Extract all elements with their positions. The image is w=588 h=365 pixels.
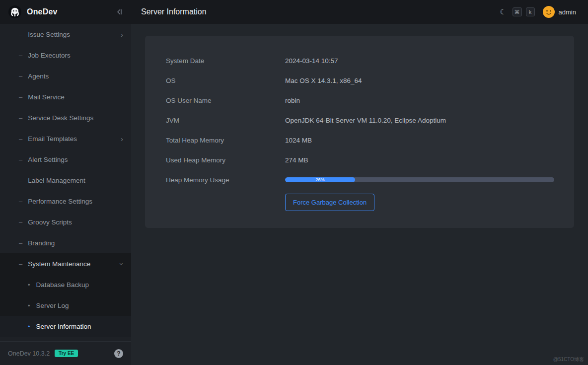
sidebar-item-branding[interactable]: – Branding <box>0 232 131 253</box>
field-value: robin <box>285 97 300 104</box>
sidebar-item-label: Label Management <box>28 177 85 184</box>
sidebar-item-label: Service Desk Settings <box>28 114 93 122</box>
force-garbage-collection-button[interactable]: Force Garbage Collection <box>285 194 374 211</box>
field-label: OS <box>166 77 285 84</box>
bullet-icon: • <box>28 323 30 330</box>
brand-name: OneDev <box>27 7 58 16</box>
sidebar-item-server-information[interactable]: • Server Information <box>0 316 131 337</box>
heap-usage-progress-fill: 26% <box>285 177 355 182</box>
brand-area: OneDev <box>0 0 131 24</box>
field-jvm: JVM OpenJDK 64-Bit Server VM 11.0.20, Ec… <box>166 110 554 130</box>
dash-icon: – <box>19 52 22 59</box>
sidebar-item-database-backup[interactable]: • Database Backup <box>0 274 131 295</box>
sidebar-item-label: Alert Settings <box>28 156 68 163</box>
top-bar: OneDev Server Information ☾ ⌘ k admin <box>0 0 588 24</box>
sidebar-item-agents[interactable]: – Agents <box>0 66 131 86</box>
sidebar-item-label: Job Executors <box>28 52 71 59</box>
onedev-logo-icon[interactable] <box>8 5 22 19</box>
dash-icon: – <box>19 73 22 80</box>
field-value: Mac OS X 14.3.1, x86_64 <box>285 77 362 84</box>
dash-icon: – <box>19 114 22 122</box>
field-label: Used Heap Memory <box>166 156 285 164</box>
field-label: Total Heap Memory <box>166 137 285 144</box>
sidebar-item-label: Email Templates <box>28 135 77 143</box>
sidebar-item-issue-settings[interactable]: – Issue Settings › <box>0 24 131 45</box>
sidebar-item-groovy-scripts[interactable]: – Groovy Scripts <box>0 212 131 232</box>
user-avatar[interactable] <box>543 6 555 18</box>
shortcut-k-key: k <box>526 7 535 16</box>
sidebar-item-service-desk-settings[interactable]: – Service Desk Settings <box>0 107 131 128</box>
sidebar-item-label: Mail Service <box>28 93 65 101</box>
topbar-main: Server Information ☾ ⌘ k admin <box>131 0 588 24</box>
heap-usage-percent-label: 26% <box>315 178 324 182</box>
sidebar-item-system-maintenance[interactable]: – System Maintenance › <box>0 253 131 274</box>
sidebar-item-label: System Maintenance <box>28 260 90 268</box>
field-os: OS Mac OS X 14.3.1, x86_64 <box>166 71 554 90</box>
sidebar-footer: OneDev 10.3.2 Try EE ? <box>0 341 131 365</box>
field-system-date: System Date 2024-03-14 10:57 <box>166 51 554 71</box>
chevron-down-icon: › <box>118 263 126 265</box>
sidebar: – Issue Settings › – Job Executors – Age… <box>0 24 131 365</box>
sidebar-item-server-log[interactable]: • Server Log <box>0 295 131 316</box>
field-label: Heap Memory Usage <box>166 176 285 184</box>
sidebar-menu: – Issue Settings › – Job Executors – Age… <box>0 24 131 341</box>
field-used-heap-memory: Used Heap Memory 274 MB <box>166 150 554 170</box>
server-info-card: System Date 2024-03-14 10:57 OS Mac OS X… <box>145 36 574 228</box>
dash-icon: – <box>19 93 22 101</box>
dash-icon: – <box>19 156 22 163</box>
page-title: Server Information <box>141 7 207 16</box>
field-value: 274 MB <box>285 156 308 164</box>
dash-icon: – <box>19 219 22 226</box>
sidebar-item-label: Groovy Scripts <box>28 219 72 226</box>
watermark: @51CTO博客 <box>553 356 584 363</box>
dash-icon: – <box>19 239 22 247</box>
field-label: System Date <box>166 57 285 65</box>
dash-icon: – <box>19 135 22 143</box>
sidebar-collapse-icon[interactable] <box>115 8 123 16</box>
bullet-icon: • <box>28 302 30 309</box>
sidebar-item-label: Agents <box>28 73 49 80</box>
try-ee-badge[interactable]: Try EE <box>55 350 78 357</box>
help-icon[interactable]: ? <box>114 349 123 358</box>
field-os-user-name: OS User Name robin <box>166 90 554 110</box>
sidebar-item-label: Performance Settings <box>28 198 92 205</box>
topbar-actions: ☾ ⌘ k admin <box>500 6 576 18</box>
dash-icon: – <box>19 177 22 184</box>
bullet-icon: • <box>28 281 30 289</box>
field-value: OpenJDK 64-Bit Server VM 11.0.20, Eclips… <box>285 117 446 124</box>
dash-icon: – <box>19 31 22 38</box>
sidebar-item-label: Branding <box>28 239 55 247</box>
field-value: 1024 MB <box>285 137 312 144</box>
user-name[interactable]: admin <box>559 8 576 16</box>
dash-icon: – <box>19 260 22 268</box>
shortcut-cmd-key: ⌘ <box>513 7 522 16</box>
sidebar-item-label: Server Information <box>36 323 91 330</box>
field-value: 2024-03-14 10:57 <box>285 57 338 65</box>
gc-button-row: Force Garbage Collection <box>166 194 554 211</box>
sidebar-item-performance-settings[interactable]: – Performance Settings <box>0 191 131 212</box>
sidebar-item-alert-settings[interactable]: – Alert Settings <box>0 149 131 170</box>
main-content: System Date 2024-03-14 10:57 OS Mac OS X… <box>131 24 588 365</box>
field-label: OS User Name <box>166 97 285 104</box>
sidebar-item-mail-service[interactable]: – Mail Service <box>0 86 131 107</box>
chevron-right-icon: › <box>121 31 123 38</box>
version-label: OneDev 10.3.2 <box>8 350 50 357</box>
heap-usage-progress-bar: 26% <box>285 177 554 182</box>
dark-mode-icon[interactable]: ☾ <box>500 7 506 16</box>
field-heap-memory-usage: Heap Memory Usage 26% <box>166 170 554 190</box>
dash-icon: – <box>19 198 22 205</box>
field-label: JVM <box>166 117 285 124</box>
chevron-right-icon: › <box>121 135 123 143</box>
field-total-heap-memory: Total Heap Memory 1024 MB <box>166 130 554 150</box>
sidebar-item-email-templates[interactable]: – Email Templates › <box>0 128 131 149</box>
sidebar-group-system-maintenance: – System Maintenance › • Database Backup… <box>0 253 131 337</box>
sidebar-item-label: Server Log <box>36 302 69 309</box>
sidebar-item-job-executors[interactable]: – Job Executors <box>0 45 131 66</box>
sidebar-item-label: Issue Settings <box>28 31 70 38</box>
sidebar-item-label-management[interactable]: – Label Management <box>0 170 131 191</box>
sidebar-item-label: Database Backup <box>36 281 89 289</box>
